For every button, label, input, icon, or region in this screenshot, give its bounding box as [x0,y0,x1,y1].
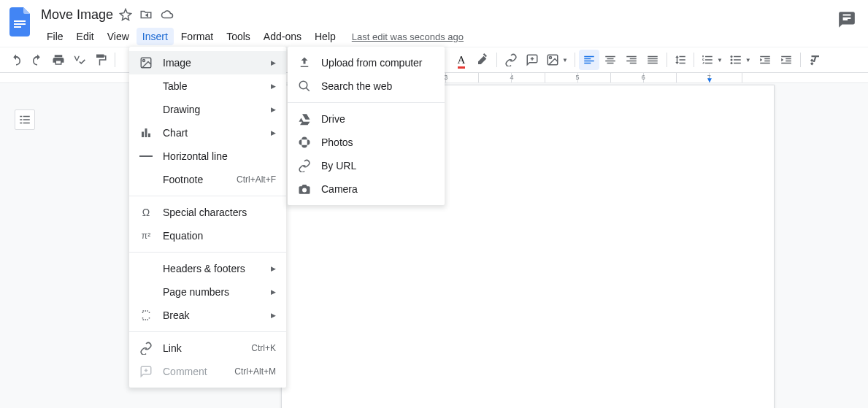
insert-table-label: Table [163,80,261,92]
submenu-arrow-icon: ▶ [271,129,276,136]
insert-break-label: Break [163,309,261,321]
star-icon[interactable] [119,8,132,21]
cloud-status-icon[interactable] [160,8,174,21]
svg-point-4 [550,57,552,59]
paint-format-button[interactable] [91,50,111,70]
svg-point-14 [299,81,307,89]
insert-hr-label: Horizontal line [163,150,276,162]
insert-chart-label: Chart [163,127,261,139]
comments-icon[interactable] [837,10,856,29]
drive-icon [298,112,311,126]
photos-item[interactable]: Photos [288,131,445,154]
insert-menu: Image ▶ Table ▶ Drawing ▶ Chart ▶ Horizo… [129,47,286,388]
menubar: File Edit View Insert Format Tools Add-o… [41,26,837,47]
align-center-button[interactable] [600,50,621,70]
move-icon[interactable] [139,8,153,21]
insert-table-item[interactable]: Table ▶ [129,74,286,98]
submenu-arrow-icon: ▶ [271,312,276,319]
menu-addons[interactable]: Add-ons [258,28,307,45]
omega-icon: Ω [139,207,153,218]
spellcheck-button[interactable] [69,50,90,70]
redo-button[interactable] [27,50,47,70]
decrease-indent-button[interactable] [755,50,775,70]
menu-edit[interactable]: Edit [71,28,100,45]
line-spacing-button[interactable] [671,53,690,66]
undo-button[interactable] [6,50,26,70]
submenu-arrow-icon: ▶ [271,82,276,90]
header: Move Image File Edit View Insert Format … [0,0,868,47]
insert-break-item[interactable]: Break ▶ [129,304,286,327]
insert-headers-footers-item[interactable]: Headers & footers ▶ [129,257,286,280]
horizontal-line-icon [139,155,153,158]
document-outline-button[interactable] [15,109,35,130]
menu-help[interactable]: Help [309,28,342,45]
submenu-arrow-icon: ▶ [271,288,276,296]
comment-icon [139,365,153,378]
image-icon [139,56,153,69]
svg-point-5 [730,55,732,58]
camera-icon [298,182,311,196]
menu-file[interactable]: File [41,28,69,45]
menu-insert[interactable]: Insert [137,28,174,45]
svg-rect-12 [148,134,150,137]
search-the-web-label: Search the web [321,80,434,92]
insert-comment-label: Comment [163,366,224,377]
insert-image-label: Image [163,57,261,69]
search-the-web-item[interactable]: Search the web [288,74,445,98]
insert-link-item[interactable]: Link Ctrl+K [129,336,286,360]
clear-formatting-button[interactable] [804,50,825,70]
insert-page-numbers-item[interactable]: Page numbers ▶ [129,280,286,304]
camera-item[interactable]: Camera [288,177,445,201]
chart-icon [139,126,153,139]
insert-link-label: Link [163,342,241,354]
highlight-button[interactable] [472,50,493,70]
insert-special-chars-item[interactable]: Ω Special characters [129,201,286,224]
break-icon [139,309,153,322]
insert-link-button[interactable] [501,50,521,70]
insert-equation-item[interactable]: π² Equation [129,224,286,247]
upload-from-computer-label: Upload from computer [321,57,434,69]
doc-meta: Move Image File Edit View Insert Format … [41,4,837,47]
equation-icon: π² [139,231,153,241]
upload-icon [298,56,311,69]
svg-rect-10 [142,132,144,138]
by-url-label: By URL [321,160,434,172]
numbered-list-button[interactable]: ▼ [698,53,726,66]
insert-footnote-label: Footnote [163,174,226,185]
comment-shortcut: Ctrl+Alt+M [234,366,276,377]
svg-rect-11 [145,128,147,137]
insert-image-item[interactable]: Image ▶ [129,51,286,74]
svg-point-6 [730,59,732,61]
menu-view[interactable]: View [101,28,135,45]
upload-from-computer-item[interactable]: Upload from computer [288,51,445,74]
insert-image-button[interactable]: ▼ [543,53,571,66]
docs-logo[interactable] [7,9,34,35]
menu-tools[interactable]: Tools [220,28,256,45]
align-right-button[interactable] [621,50,642,70]
insert-footnote-item[interactable]: Footnote Ctrl+Alt+F [129,168,286,191]
doc-title[interactable]: Move Image [41,7,113,23]
print-button[interactable] [48,50,69,70]
insert-drawing-label: Drawing [163,104,261,115]
svg-rect-2 [14,26,21,28]
insert-headers-footers-label: Headers & footers [163,263,261,274]
camera-label: Camera [321,183,434,195]
by-url-item[interactable]: By URL [288,154,445,177]
text-color-button[interactable]: A [451,50,472,70]
image-submenu: Upload from computer Search the web Driv… [288,47,445,205]
align-left-button[interactable] [579,50,599,70]
photos-icon [298,136,311,149]
link-shortcut: Ctrl+K [251,343,276,353]
insert-equation-label: Equation [163,230,276,242]
insert-hr-item[interactable]: Horizontal line [129,145,286,168]
insert-chart-item[interactable]: Chart ▶ [129,121,286,145]
insert-drawing-item[interactable]: Drawing ▶ [129,98,286,121]
increase-indent-button[interactable] [776,50,796,70]
insert-comment-button[interactable] [522,50,542,70]
bulleted-list-button[interactable]: ▼ [726,53,754,66]
align-justify-button[interactable] [642,50,663,70]
last-edit-link[interactable]: Last edit was seconds ago [352,31,464,42]
menu-format[interactable]: Format [175,28,219,45]
drive-item[interactable]: Drive [288,107,445,131]
search-icon [298,80,311,93]
